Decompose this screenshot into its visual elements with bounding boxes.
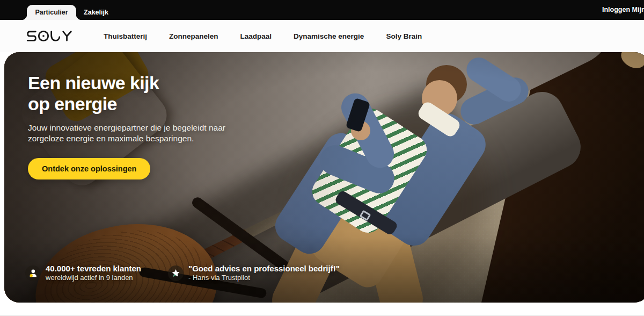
hero-section: Een nieuwe kijk op energie Jouw innovati… xyxy=(4,52,644,303)
hero-content: Een nieuwe kijk op energie Jouw innovati… xyxy=(28,73,225,179)
nav-item-zonnepanelen[interactable]: Zonnepanelen xyxy=(169,32,218,40)
stat-customers-title: 40.000+ tevreden klanten xyxy=(46,264,141,274)
hero-stats: 40.000+ tevreden klanten wereldwijd acti… xyxy=(25,264,340,282)
page: Particulier Zakelijk Inloggen MijnSoly T… xyxy=(0,0,644,316)
stat-customers: 40.000+ tevreden klanten wereldwijd acti… xyxy=(25,264,141,282)
nav-links: Thuisbatterij Zonnepanelen Laadpaal Dyna… xyxy=(104,20,422,52)
soly-logo-icon xyxy=(26,29,73,43)
below-hero-whitespace xyxy=(0,303,644,316)
tab-particulier[interactable]: Particulier xyxy=(27,5,76,20)
hero-title-line1: Een nieuwe kijk xyxy=(28,73,225,94)
stat-review: "Goed advies en professioneel bedrijf!" … xyxy=(168,264,340,282)
stat-customers-subtitle: wereldwijd actief in 9 landen xyxy=(46,274,141,282)
soly-logo[interactable] xyxy=(26,29,73,45)
stat-review-subtitle: - Hans via Trustpilot xyxy=(188,274,340,282)
audience-switch-bar: Particulier Zakelijk Inloggen MijnSoly xyxy=(0,0,644,20)
hero-subtitle: Jouw innovatieve energiepartner die je b… xyxy=(28,123,225,143)
nav-item-thuisbatterij[interactable]: Thuisbatterij xyxy=(104,32,147,40)
user-icon xyxy=(25,265,41,281)
nav-item-dynamische-energie[interactable]: Dynamische energie xyxy=(294,32,364,40)
tab-particulier-label: Particulier xyxy=(35,9,68,16)
main-navbar: Thuisbatterij Zonnepanelen Laadpaal Dyna… xyxy=(0,20,644,52)
login-link[interactable]: Inloggen MijnSoly xyxy=(602,0,644,20)
stat-text: "Goed advies en professioneel bedrijf!" … xyxy=(188,264,340,282)
stat-text: 40.000+ tevreden klanten wereldwijd acti… xyxy=(46,264,141,282)
nav-item-soly-brain[interactable]: Soly Brain xyxy=(386,32,422,40)
tab-zakelijk-label: Zakelijk xyxy=(84,9,108,16)
trustpilot-star-icon xyxy=(168,265,184,281)
hero-title: Een nieuwe kijk op energie xyxy=(28,73,225,114)
tab-zakelijk[interactable]: Zakelijk xyxy=(77,5,115,20)
nav-item-laadpaal[interactable]: Laadpaal xyxy=(240,32,272,40)
stat-review-title: "Goed advies en professioneel bedrijf!" xyxy=(188,264,340,274)
discover-solutions-button[interactable]: Ontdek onze oplossingen xyxy=(28,158,150,179)
hero-title-line2: op energie xyxy=(28,94,225,114)
